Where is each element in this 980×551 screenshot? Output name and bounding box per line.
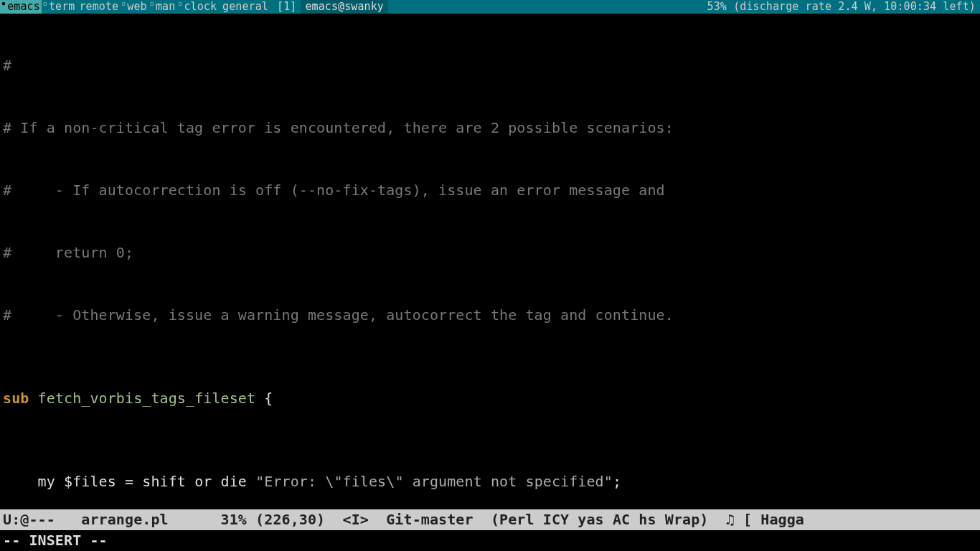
wm-spacer <box>388 0 703 14</box>
perl-func-name: fetch_vorbis_tags_fileset <box>38 390 256 407</box>
wm-tag-emacs[interactable]: ▪emacs <box>0 0 42 14</box>
badge-icon: ▫ <box>150 0 154 10</box>
code-comment: # - Otherwise, issue a warning message, … <box>3 306 674 324</box>
badge-icon: ▪ <box>1 0 6 10</box>
wm-bar: ▪emacs ▫term remote ▫web ▫man ▫clock gen… <box>0 0 980 14</box>
wm-tag-clock[interactable]: ▫clock <box>176 0 218 14</box>
wm-window-title: emacs@swanky <box>301 0 388 14</box>
perl-punct: { <box>255 390 273 407</box>
code-comment: # If a non-critical tag error is encount… <box>3 119 674 136</box>
wm-tag-man[interactable]: ▫man <box>149 0 177 14</box>
modeline-flags: U:@--- <box>3 511 64 528</box>
perl-var: $files <box>64 473 116 490</box>
perl-keyword: sub <box>3 390 29 407</box>
wm-workspace[interactable]: [1] <box>273 0 301 14</box>
badge-icon: ▫ <box>43 0 47 10</box>
badge-icon: ▫ <box>178 0 182 10</box>
modeline-position: 31% (226,30) <I> Git-master (Perl ICY ya… <box>186 511 708 528</box>
code-comment: # - If autocorrection is off (--no-fix-t… <box>3 182 665 199</box>
emacs-minibuffer[interactable]: -- INSERT -- <box>0 530 980 551</box>
editor-viewport[interactable]: # # If a non-critical tag error is encou… <box>0 14 980 509</box>
modeline-right: ♫ [ Hagga <box>708 511 804 528</box>
wm-tag-term[interactable]: ▫term <box>42 0 77 14</box>
code-comment: # <box>3 57 11 74</box>
perl-code: my <box>3 473 64 490</box>
wm-tag-remote[interactable]: remote <box>76 0 120 14</box>
perl-punct: ; <box>613 473 621 490</box>
wm-battery: 53% (discharge rate 2.4 W, 10:00:34 left… <box>703 0 980 14</box>
badge-icon: ▫ <box>121 0 126 10</box>
code-comment: # return 0; <box>3 244 133 261</box>
modeline-buffer-name: arrange.pl <box>64 511 186 528</box>
perl-code: = shift or die <box>116 473 255 490</box>
emacs-modeline[interactable]: U:@--- arrange.pl 31% (226,30) <I> Git-m… <box>0 509 980 530</box>
wm-tag-web[interactable]: ▫web <box>120 0 149 14</box>
perl-string: "Error: \"files\" argument not specified… <box>255 473 613 490</box>
wm-layout[interactable]: general <box>218 0 273 14</box>
